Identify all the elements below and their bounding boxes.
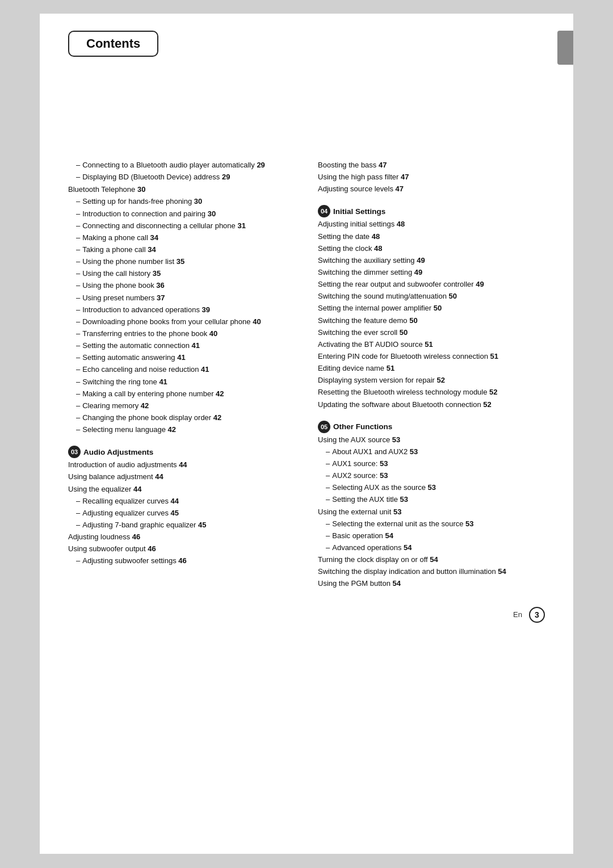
page-num: 31 [237, 221, 245, 230]
dash-icon: – [76, 280, 80, 291]
content-columns: – Connecting to a Bluetooth audio player… [68, 159, 545, 590]
dash-icon: – [76, 256, 80, 267]
list-item: – Switching the ring tone 41 [68, 376, 295, 388]
page-num: 53 [410, 447, 418, 456]
page: Contents – Connecting to a Bluetooth aud… [40, 14, 573, 854]
list-item: – Using preset numbers 37 [68, 292, 295, 304]
list-item: Switching the auxiliary setting 49 [318, 255, 545, 266]
page-num: 51 [425, 340, 433, 349]
page-num: 53 [392, 435, 400, 444]
section05-heading: 05 Other Functions [318, 421, 545, 433]
list-item: – Adjusting 7-band graphic equalizer 45 [68, 519, 295, 531]
list-item: – Selecting AUX as the source 53 [318, 482, 545, 493]
page-num: 44 [179, 460, 187, 469]
page-num: 34 [148, 245, 156, 254]
section05-num: 05 [318, 421, 330, 433]
page-num: 48 [374, 244, 382, 253]
dash-icon: – [76, 196, 80, 207]
list-item: – Using the call history 35 [68, 268, 295, 279]
dash-icon: – [76, 220, 80, 232]
page-num: 35 [177, 257, 184, 266]
page-num: 53 [465, 519, 473, 528]
dash-icon: – [76, 160, 80, 171]
list-item: Adjusting loudness 46 [68, 531, 295, 543]
page-num: 53 [428, 483, 436, 492]
list-item: Using the high pass filter 47 [318, 171, 545, 183]
dash-icon: – [76, 376, 80, 388]
page-tab [557, 31, 573, 65]
dash-icon: – [326, 482, 330, 493]
page-num: 54 [430, 555, 438, 564]
list-item: Editing device name 51 [318, 363, 545, 374]
list-item: – Basic operation 54 [318, 530, 545, 542]
page-num: 50 [409, 316, 417, 325]
page-num: 45 [171, 509, 179, 517]
dash-icon: – [76, 268, 80, 279]
list-item: – Taking a phone call 34 [68, 244, 295, 255]
list-item: – Transferring entries to the phone book… [68, 328, 295, 339]
list-item: – Connecting and disconnecting a cellula… [68, 220, 295, 232]
dash-icon: – [76, 208, 80, 220]
list-item: Setting the internal power amplifier 50 [318, 303, 545, 314]
dash-icon: – [76, 400, 80, 412]
list-item: – Advanced operations 54 [318, 542, 545, 553]
dash-icon: – [326, 542, 330, 553]
list-item: Entering PIN code for Bluetooth wireless… [318, 351, 545, 362]
page-num: 53 [393, 508, 401, 516]
dash-icon: – [76, 508, 80, 519]
dash-icon: – [76, 244, 80, 255]
page-num: 41 [177, 353, 185, 362]
list-item: Adjusting initial settings 48 [318, 219, 545, 230]
list-item: Setting the date 48 [318, 231, 545, 242]
page-num: 53 [400, 495, 408, 504]
list-item: – Using the phone number list 35 [68, 256, 295, 267]
list-item: Switching the sound muting/attenuation 5… [318, 291, 545, 302]
dash-icon: – [326, 494, 330, 505]
page-num: 42 [216, 389, 224, 398]
list-item: Switching the display indication and but… [318, 566, 545, 577]
page-num: 29 [257, 161, 264, 169]
page-num: 39 [202, 305, 210, 314]
page-num: 30 [208, 209, 216, 218]
page-num: 37 [157, 293, 165, 302]
dash-icon: – [76, 496, 80, 507]
footer: En 3 [68, 607, 545, 623]
dash-icon: – [76, 519, 80, 531]
page-num: 47 [401, 173, 409, 181]
dash-icon: – [326, 446, 330, 458]
list-item: – Setting the AUX title 53 [318, 494, 545, 505]
list-item: – Making a phone call 34 [68, 232, 295, 244]
page-num: 47 [379, 161, 387, 169]
list-item: Introduction of audio adjustments 44 [68, 459, 295, 471]
list-item: – Downloading phone books from your cell… [68, 316, 295, 328]
list-item: Updating the software about Bluetooth co… [318, 399, 545, 410]
dash-icon: – [326, 518, 330, 530]
page-num: 46 [148, 544, 156, 553]
dash-icon: – [76, 340, 80, 351]
list-item: – Setting automatic answering 41 [68, 352, 295, 363]
page-num: 42 [213, 413, 221, 422]
section03-heading: 03 Audio Adjustments [68, 446, 295, 458]
page-num: 35 [153, 269, 161, 278]
footer-page-num: 3 [529, 607, 545, 623]
page-num: 50 [434, 304, 442, 312]
page-num: 52 [489, 388, 497, 396]
list-item: Switching the feature demo 50 [318, 315, 545, 326]
dash-icon: – [76, 232, 80, 244]
dash-icon: – [76, 555, 80, 567]
list-item: Using the external unit 53 [318, 506, 545, 518]
list-item: Resetting the Bluetooth wireless technol… [318, 387, 545, 398]
list-item: Bluetooth Telephone 30 [68, 184, 295, 195]
list-item: – Adjusting subwoofer settings 46 [68, 555, 295, 567]
list-item: – Setting up for hands-free phoning 30 [68, 196, 295, 207]
list-item: Using the PGM button 54 [318, 578, 545, 589]
list-item: Using balance adjustment 44 [68, 471, 295, 483]
list-item: – Adjusting equalizer curves 45 [68, 508, 295, 519]
page-num: 34 [150, 233, 158, 242]
list-item: – Recalling equalizer curves 44 [68, 496, 295, 507]
section04-title: Initial Settings [333, 207, 385, 216]
list-item: – Selecting the external unit as the sou… [318, 518, 545, 530]
dash-icon: – [76, 352, 80, 363]
page-title: Contents [68, 31, 158, 57]
dash-icon: – [326, 470, 330, 481]
